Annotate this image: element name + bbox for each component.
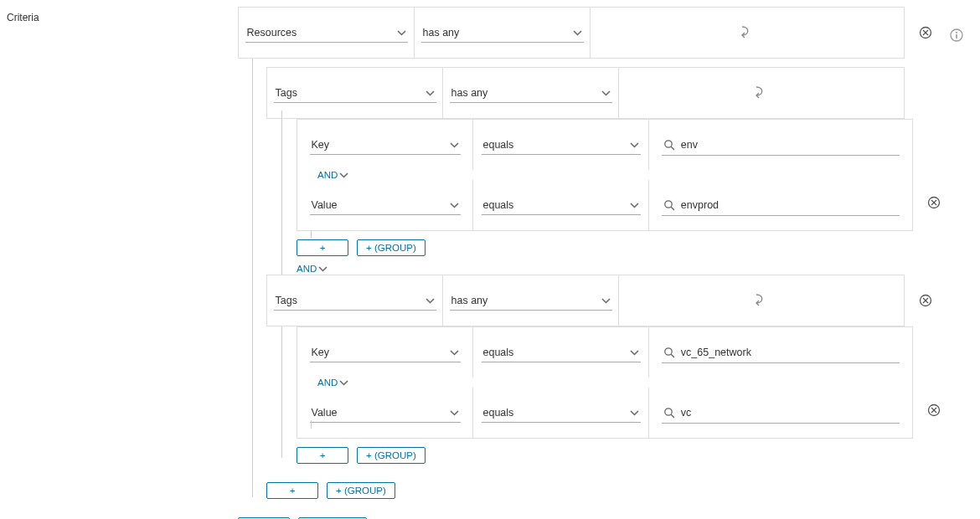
dropdown-label: Resources	[247, 27, 297, 39]
chevron-down-icon	[397, 28, 406, 37]
value-search-input[interactable]	[662, 403, 900, 424]
value-input[interactable]	[679, 406, 898, 419]
criteria-row-resources: Resources has any	[238, 7, 905, 59]
chevron-down-icon	[450, 141, 459, 149]
dropdown-label: equals	[483, 347, 514, 358]
operator-dropdown[interactable]: equals	[482, 343, 641, 362]
chevron-down-icon	[450, 409, 459, 417]
add-condition-button[interactable]: +	[266, 482, 318, 499]
delete-row-button[interactable]	[919, 26, 932, 39]
dropdown-label: has any	[451, 87, 488, 99]
chevron-down-icon	[450, 201, 459, 209]
criteria-kv-group: Key equals AND	[297, 326, 913, 439]
connector-label: AND	[317, 170, 338, 180]
connector-label: AND	[297, 264, 317, 274]
property-dropdown[interactable]: Tags	[274, 84, 436, 103]
tree-line	[311, 420, 312, 429]
add-condition-button[interactable]: +	[297, 447, 348, 464]
criteria-label: Criteria	[7, 12, 39, 23]
operator-dropdown[interactable]: has any	[450, 84, 612, 103]
chevron-down-icon	[630, 348, 639, 357]
dropdown-label: equals	[483, 407, 514, 419]
chevron-down-icon	[630, 201, 639, 209]
value-search-input[interactable]	[662, 135, 900, 156]
add-condition-button[interactable]: +	[297, 239, 348, 256]
criteria-row-tags: Tags has any	[266, 67, 905, 119]
criteria-kv-group: Key equals AND	[297, 119, 913, 231]
delete-row-button[interactable]	[927, 403, 941, 417]
dropdown-label: Tags	[276, 295, 297, 306]
property-dropdown[interactable]: Tags	[274, 291, 436, 311]
value-search-input[interactable]	[662, 342, 900, 363]
dropdown-label: has any	[451, 295, 488, 306]
operator-dropdown[interactable]: equals	[482, 136, 641, 155]
chevron-down-icon	[630, 141, 639, 149]
dropdown-label: has any	[423, 27, 460, 39]
add-buttons-row: + + (GROUP)	[297, 239, 980, 256]
dropdown-label: equals	[483, 199, 514, 211]
chevron-down-icon	[426, 296, 435, 305]
search-icon	[663, 347, 674, 358]
chevron-down-icon	[339, 171, 348, 179]
delete-row-button[interactable]	[927, 196, 941, 209]
operator-dropdown[interactable]: equals	[482, 196, 641, 215]
value-input[interactable]	[679, 346, 898, 359]
expand-children-icon	[591, 8, 904, 58]
criteria-row-tags: Tags has any	[266, 275, 905, 326]
chevron-down-icon	[426, 89, 435, 97]
chevron-down-icon	[630, 409, 639, 417]
property-dropdown[interactable]: Key	[310, 343, 461, 362]
add-group-button[interactable]: + (GROUP)	[357, 239, 426, 256]
add-group-button[interactable]: + (GROUP)	[327, 482, 395, 499]
add-buttons-row: + + (GROUP)	[266, 482, 980, 499]
search-icon	[663, 199, 674, 211]
chevron-down-icon	[601, 296, 611, 305]
and-connector[interactable]: AND	[317, 170, 348, 180]
add-group-button[interactable]: + (GROUP)	[357, 447, 426, 464]
and-connector[interactable]: AND	[297, 264, 328, 274]
expand-children-icon	[619, 68, 904, 118]
chevron-down-icon	[573, 28, 582, 37]
curl-arrow-icon	[754, 85, 769, 100]
value-search-input[interactable]	[662, 195, 900, 216]
dropdown-label: Tags	[276, 87, 297, 99]
connector-label: AND	[317, 378, 338, 388]
chevron-down-icon	[450, 348, 459, 357]
chevron-down-icon	[318, 265, 328, 273]
value-input[interactable]	[679, 138, 898, 152]
property-dropdown[interactable]: Value	[310, 196, 461, 215]
tree-line	[311, 230, 312, 239]
tree-line	[252, 59, 253, 497]
dropdown-label: equals	[483, 139, 514, 151]
criteria-builder: Criteria Resources has any	[0, 0, 980, 519]
value-input[interactable]	[679, 198, 898, 212]
operator-dropdown[interactable]: equals	[482, 403, 641, 423]
property-dropdown[interactable]: Value	[310, 403, 461, 423]
operator-dropdown[interactable]: has any	[450, 291, 612, 311]
delete-row-button[interactable]	[919, 294, 932, 307]
dropdown-label: Key	[312, 347, 330, 358]
operator-dropdown[interactable]: has any	[421, 23, 584, 43]
dropdown-label: Value	[312, 407, 338, 419]
chevron-down-icon	[339, 378, 348, 387]
and-connector[interactable]: AND	[317, 378, 348, 388]
curl-arrow-icon	[740, 25, 755, 40]
add-buttons-row: + + (GROUP)	[297, 447, 980, 464]
dropdown-label: Key	[312, 139, 330, 151]
dropdown-label: Value	[312, 199, 338, 211]
chevron-down-icon	[601, 89, 611, 97]
expand-children-icon	[619, 275, 904, 326]
info-icon[interactable]	[950, 28, 963, 42]
curl-arrow-icon	[754, 293, 769, 308]
search-icon	[663, 139, 674, 151]
search-icon	[663, 407, 674, 419]
property-dropdown[interactable]: Key	[310, 136, 461, 155]
property-dropdown[interactable]: Resources	[245, 23, 408, 43]
